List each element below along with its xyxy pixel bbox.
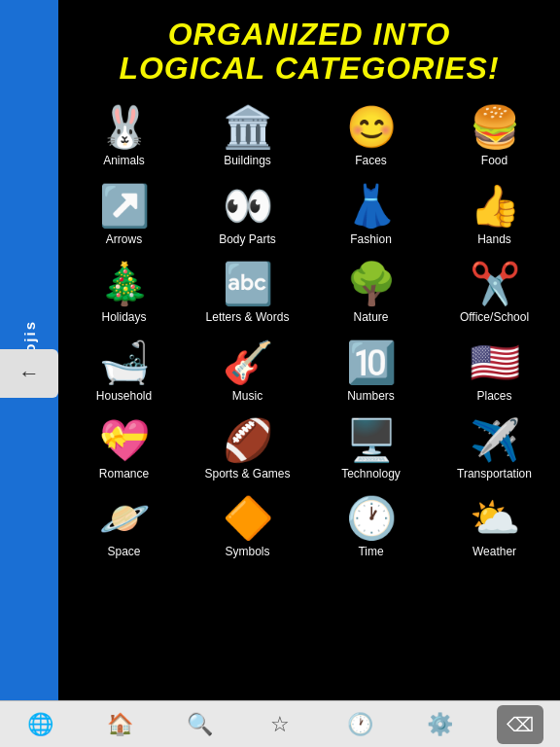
categories-grid: 🐰Animals🏛️Buildings😊Faces🍔Food↗️Arrows👀B… xyxy=(58,93,560,574)
transportation-label: Transportation xyxy=(457,467,532,480)
sports-games-icon: 🏈 xyxy=(223,420,273,461)
category-symbols[interactable]: 🔶Symbols xyxy=(186,490,309,568)
arrows-icon: ↗️ xyxy=(99,186,150,227)
tab-history[interactable]: 🕐 xyxy=(336,705,383,744)
category-household[interactable]: 🛁Household xyxy=(62,335,186,412)
category-transportation[interactable]: ✈️Transportation xyxy=(433,412,556,490)
arrows-label: Arrows xyxy=(106,232,142,246)
nature-icon: 🌳 xyxy=(346,264,397,304)
back-button[interactable]: ← xyxy=(0,349,58,398)
tab-globe[interactable]: 🌐 xyxy=(17,705,63,744)
romance-label: Romance xyxy=(99,467,149,480)
category-letters-words[interactable]: 🔤Letters & Words xyxy=(186,256,309,334)
holidays-label: Holidays xyxy=(101,310,146,324)
tab-settings[interactable]: ⚙️ xyxy=(417,705,464,744)
letters-words-label: Letters & Words xyxy=(206,310,290,324)
settings-icon: ⚙️ xyxy=(427,712,453,737)
delete-icon: ⌫ xyxy=(507,713,534,736)
technology-icon: 🖥️ xyxy=(346,420,397,461)
home-icon: 🏠 xyxy=(107,712,133,737)
fashion-icon: 👗 xyxy=(346,186,397,227)
music-label: Music xyxy=(232,389,262,403)
header: ORGANIZED INTO LOGICAL CATEGORIES! xyxy=(58,0,560,93)
hands-label: Hands xyxy=(477,232,511,246)
tab-delete[interactable]: ⌫ xyxy=(497,705,543,744)
category-arrows[interactable]: ↗️Arrows xyxy=(62,178,186,256)
animals-label: Animals xyxy=(103,154,145,167)
main-content: ORGANIZED INTO LOGICAL CATEGORIES! 🐰Anim… xyxy=(58,0,560,700)
weather-icon: ⛅ xyxy=(470,498,520,539)
numbers-icon: 🔟 xyxy=(346,342,397,383)
category-holidays[interactable]: 🎄Holidays xyxy=(62,256,186,334)
tab-favorites[interactable]: ☆ xyxy=(257,705,303,744)
fashion-label: Fashion xyxy=(350,232,392,246)
star-icon: ☆ xyxy=(270,712,290,737)
weather-label: Weather xyxy=(472,545,516,558)
food-label: Food xyxy=(481,154,508,167)
animals-icon: 🐰 xyxy=(99,107,150,148)
faces-icon: 😊 xyxy=(346,107,397,148)
category-technology[interactable]: 🖥️Technology xyxy=(309,412,433,490)
back-arrow-icon: ← xyxy=(18,361,40,386)
office-school-label: Office/School xyxy=(460,310,529,324)
letters-words-icon: 🔤 xyxy=(223,264,273,304)
category-fashion[interactable]: 👗Fashion xyxy=(309,178,433,256)
music-icon: 🎸 xyxy=(223,342,273,383)
body-parts-label: Body Parts xyxy=(219,232,276,246)
body-parts-icon: 👀 xyxy=(223,186,273,227)
category-office-school[interactable]: ✂️Office/School xyxy=(433,256,556,334)
category-body-parts[interactable]: 👀Body Parts xyxy=(186,178,309,256)
category-nature[interactable]: 🌳Nature xyxy=(309,256,433,334)
category-romance[interactable]: 💝Romance xyxy=(62,412,186,490)
nature-label: Nature xyxy=(353,310,388,324)
category-space[interactable]: 🪐Space xyxy=(62,490,186,568)
symbols-icon: 🔶 xyxy=(223,498,273,539)
time-icon: 🕐 xyxy=(346,498,397,539)
category-weather[interactable]: ⛅Weather xyxy=(433,490,556,568)
header-title: ORGANIZED INTO LOGICAL CATEGORIES! xyxy=(68,18,550,86)
symbols-label: Symbols xyxy=(225,545,269,558)
household-label: Household xyxy=(96,389,152,403)
places-label: Places xyxy=(476,389,511,403)
category-places[interactable]: 🇺🇸Places xyxy=(433,335,556,412)
category-music[interactable]: 🎸Music xyxy=(186,335,309,412)
technology-label: Technology xyxy=(341,467,401,480)
office-school-icon: ✂️ xyxy=(470,264,520,304)
buildings-label: Buildings xyxy=(224,154,271,167)
globe-icon: 🌐 xyxy=(27,712,53,737)
category-numbers[interactable]: 🔟Numbers xyxy=(309,335,433,412)
hands-icon: 👍 xyxy=(470,186,520,227)
tab-bar: 🌐 🏠 🔍 ☆ 🕐 ⚙️ ⌫ xyxy=(0,700,560,747)
category-buildings[interactable]: 🏛️Buildings xyxy=(186,99,309,177)
buildings-icon: 🏛️ xyxy=(223,107,273,148)
household-icon: 🛁 xyxy=(99,342,150,383)
category-hands[interactable]: 👍Hands xyxy=(433,178,556,256)
category-sports-games[interactable]: 🏈Sports & Games xyxy=(186,412,309,490)
category-animals[interactable]: 🐰Animals xyxy=(62,99,186,177)
romance-icon: 💝 xyxy=(99,420,150,461)
sports-games-label: Sports & Games xyxy=(204,467,290,480)
food-icon: 🍔 xyxy=(470,107,520,148)
transportation-icon: ✈️ xyxy=(470,420,520,461)
numbers-label: Numbers xyxy=(347,389,395,403)
faces-label: Faces xyxy=(355,154,387,167)
tab-home[interactable]: 🏠 xyxy=(96,705,143,744)
time-label: Time xyxy=(358,545,383,558)
space-icon: 🪐 xyxy=(99,498,150,539)
history-icon: 🕐 xyxy=(347,712,373,737)
category-faces[interactable]: 😊Faces xyxy=(309,99,433,177)
category-time[interactable]: 🕐Time xyxy=(309,490,433,568)
space-label: Space xyxy=(107,545,140,558)
places-icon: 🇺🇸 xyxy=(470,342,520,383)
search-icon: 🔍 xyxy=(187,712,213,737)
tab-search[interactable]: 🔍 xyxy=(177,705,224,744)
holidays-icon: 🎄 xyxy=(99,264,150,304)
category-food[interactable]: 🍔Food xyxy=(433,99,556,177)
